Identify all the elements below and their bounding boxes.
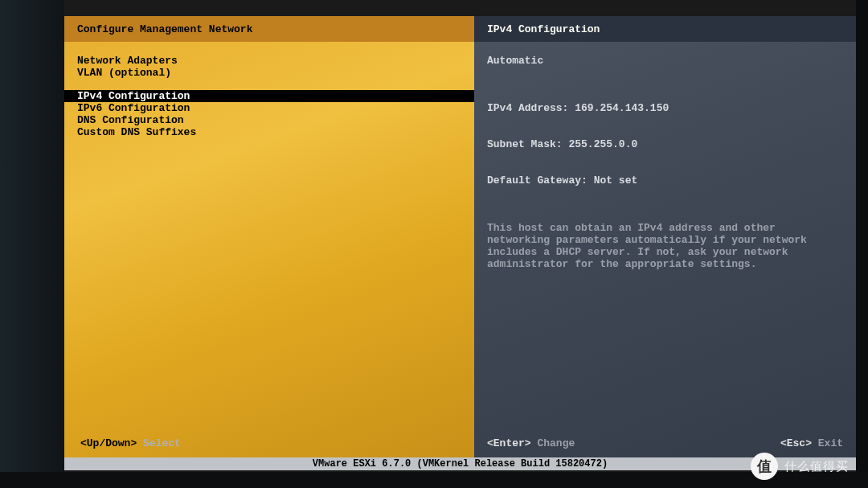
hint-enter: <Enter> Change: [487, 437, 575, 449]
description-text: This host can obtain an IPv4 address and…: [487, 222, 843, 270]
monitor-bezel-right: [856, 0, 868, 488]
hint-esc-action: Exit: [818, 437, 843, 449]
monitor-bezel-bottom: [0, 472, 868, 488]
watermark-text: 什么值得买: [784, 459, 849, 474]
right-pane: IPv4 Configuration Automatic IPv4 Addres…: [474, 16, 856, 457]
menu-item-custom-dns-suffixes[interactable]: Custom DNS Suffixes: [64, 126, 474, 138]
menu-item-ipv6-configuration[interactable]: IPv6 Configuration: [64, 102, 474, 114]
hint-esc: <Esc> Exit: [780, 437, 843, 449]
left-pane-title: Configure Management Network: [64, 16, 474, 42]
default-gateway-row: Default Gateway: Not set: [487, 174, 843, 187]
ipv4-mode: Automatic: [487, 55, 843, 67]
hint-enter-key: <Enter>: [487, 437, 531, 449]
left-pane: Configure Management Network Network Ada…: [64, 16, 474, 457]
monitor-bezel-left: [0, 0, 64, 488]
left-hint: <Up/Down> Select: [80, 437, 181, 449]
status-bar: VMware ESXi 6.7.0 (VMKernel Release Buil…: [64, 457, 856, 470]
hint-updown-action: Select: [143, 437, 181, 449]
menu-list[interactable]: Network Adapters VLAN (optional) IPv4 Co…: [64, 42, 474, 457]
default-gateway-value: Not set: [594, 174, 638, 187]
right-pane-title: IPv4 Configuration: [474, 16, 856, 42]
subnet-mask-row: Subnet Mask: 255.255.0.0: [487, 138, 843, 150]
dcui-screen: Configure Management Network Network Ada…: [64, 16, 856, 470]
hint-enter-action: Change: [537, 437, 575, 449]
hint-esc-key: <Esc>: [780, 437, 812, 449]
detail-body: Automatic IPv4 Address: 169.254.143.150 …: [474, 42, 856, 457]
hint-updown-key: <Up/Down>: [80, 437, 137, 449]
menu-item-vlan[interactable]: VLAN (optional): [64, 67, 474, 79]
subnet-mask-value: 255.255.0.0: [568, 138, 637, 150]
watermark-badge-icon: 值: [751, 453, 778, 480]
ipv4-address-value: 169.254.143.150: [575, 102, 669, 114]
menu-item-network-adapters[interactable]: Network Adapters: [64, 55, 474, 67]
menu-item-dns-configuration[interactable]: DNS Configuration: [64, 114, 474, 126]
watermark: 值 什么值得买: [751, 453, 849, 480]
ipv4-address-row: IPv4 Address: 169.254.143.150: [487, 102, 843, 114]
menu-item-ipv4-configuration[interactable]: IPv4 Configuration: [64, 90, 474, 102]
